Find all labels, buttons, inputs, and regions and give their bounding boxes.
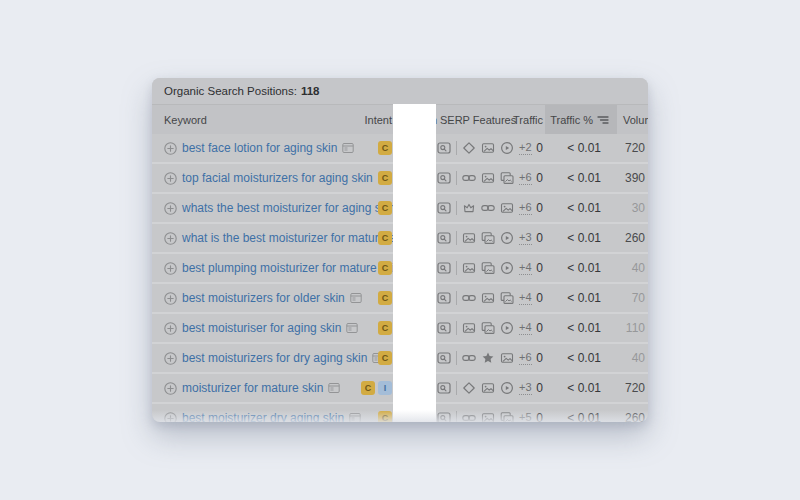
image-icon [462,231,476,245]
traffic-percent-value: < 0.01 [549,194,601,222]
expand-keyword-icon[interactable] [164,142,177,155]
traffic-value: 0 [503,224,543,252]
divider [456,261,457,275]
expand-keyword-icon[interactable] [164,322,177,335]
traffic-value: 0 [503,254,543,282]
traffic-value: 0 [503,344,543,372]
image-icon [481,381,495,395]
traffic-percent-label: Traffic % [550,114,593,126]
keyword-link[interactable]: best face lotion for aging skin [182,141,337,155]
serp-preview-icon[interactable] [346,322,358,334]
intent-badges: C [378,314,392,342]
intent-badge-commercial: C [378,201,392,215]
image-icon [481,171,495,185]
serp-preview-icon[interactable] [328,382,340,394]
image-stack-icon [481,321,495,335]
image-icon [462,321,476,335]
positions-count: 118 [301,85,320,97]
expand-keyword-icon[interactable] [164,292,177,305]
intent-badge-commercial: C [378,291,392,305]
volume-value: 720 [601,374,645,402]
divider [456,321,457,335]
intent-badges: C [378,344,392,372]
traffic-percent-value: < 0.01 [549,164,601,192]
keyword-link[interactable]: moisturizer for mature skin [182,381,323,395]
serp-snapshot-icon[interactable] [437,201,451,215]
intent-badges: C [378,194,392,222]
divider [456,141,457,155]
serp-snapshot-icon[interactable] [437,231,451,245]
traffic-value: 0 [503,284,543,312]
serp-preview-icon[interactable] [350,292,362,304]
image-icon [481,141,495,155]
serp-snapshot-icon[interactable] [437,351,451,365]
serp-preview-icon[interactable] [342,142,354,154]
image-stack-icon [481,261,495,275]
volume-value: 390 [601,164,645,192]
volume-value: 30 [601,194,645,222]
keyword-link[interactable]: top facial moisturizers for aging skin [182,171,373,185]
keyword-cell: best moisturiser for aging skin [164,314,358,342]
keyword-link[interactable]: whats the best moisturizer for aging ski… [182,201,396,215]
expand-keyword-icon[interactable] [164,262,177,275]
serp-snapshot-icon[interactable] [437,321,451,335]
keyword-cell: best moisturizers for dry aging skin [164,344,379,372]
expand-keyword-icon[interactable] [164,172,177,185]
traffic-percent-value: < 0.01 [549,134,601,162]
expand-keyword-icon[interactable] [164,232,177,245]
divider [456,291,457,305]
volume-value: 70 [601,284,645,312]
keyword-cell: best moisturizers for older skin [164,284,362,312]
serp-snapshot-icon[interactable] [437,171,451,185]
intent-badges: C [378,254,392,282]
volume-value: 720 [601,134,645,162]
expand-keyword-icon[interactable] [164,382,177,395]
column-header-traffic[interactable]: Traffic [513,105,543,134]
keyword-link[interactable]: what is the best moisturizer for mature … [182,231,410,245]
intent-badges: C [378,134,392,162]
serp-snapshot-icon[interactable] [437,261,451,275]
divider [456,201,457,215]
intent-badges: CI [361,374,392,402]
traffic-value: 0 [503,194,543,222]
divider [456,351,457,365]
column-header-traffic-percent[interactable]: Traffic % [545,105,617,134]
keyword-link[interactable]: best moisturizers for dry aging skin [182,351,367,365]
traffic-value: 0 [503,164,543,192]
traffic-percent-value: < 0.01 [549,344,601,372]
intent-badge-commercial: C [378,141,392,155]
traffic-percent-value: < 0.01 [549,254,601,282]
column-header-intent[interactable]: Intent [364,105,392,134]
serp-snapshot-icon[interactable] [437,291,451,305]
column-header-volume[interactable]: Volume [623,105,648,134]
diamond-icon [462,381,476,395]
link-icon [462,171,476,185]
volume-value: 40 [601,344,645,372]
intent-badge-commercial: C [378,231,392,245]
column-header-keyword[interactable]: Keyword [164,105,207,134]
keyword-link[interactable]: best plumping moisturizer for mature ski… [182,261,401,275]
divider [456,231,457,245]
keyword-link[interactable]: best moisturizers for older skin [182,291,345,305]
position-column-spotlight [393,104,436,422]
serp-snapshot-icon[interactable] [437,141,451,155]
link-icon [462,291,476,305]
expand-keyword-icon[interactable] [164,352,177,365]
crown-icon [462,201,476,215]
traffic-percent-value: < 0.01 [549,224,601,252]
intent-badge-commercial: C [378,321,392,335]
keyword-cell: best plumping moisturizer for mature ski… [164,254,379,282]
bottom-fade [152,410,648,422]
keyword-cell: top facial moisturizers for aging skin [164,164,379,192]
card-title-bar: Organic Search Positions: 118 [152,78,648,105]
image-stack-icon [481,231,495,245]
traffic-percent-value: < 0.01 [549,284,601,312]
sort-descending-icon [597,115,609,125]
intent-badges: C [378,224,392,252]
expand-keyword-icon[interactable] [164,202,177,215]
link-icon [481,201,495,215]
image-icon [462,261,476,275]
keyword-link[interactable]: best moisturiser for aging skin [182,321,341,335]
intent-badge-commercial: C [361,381,375,395]
serp-snapshot-icon[interactable] [437,381,451,395]
